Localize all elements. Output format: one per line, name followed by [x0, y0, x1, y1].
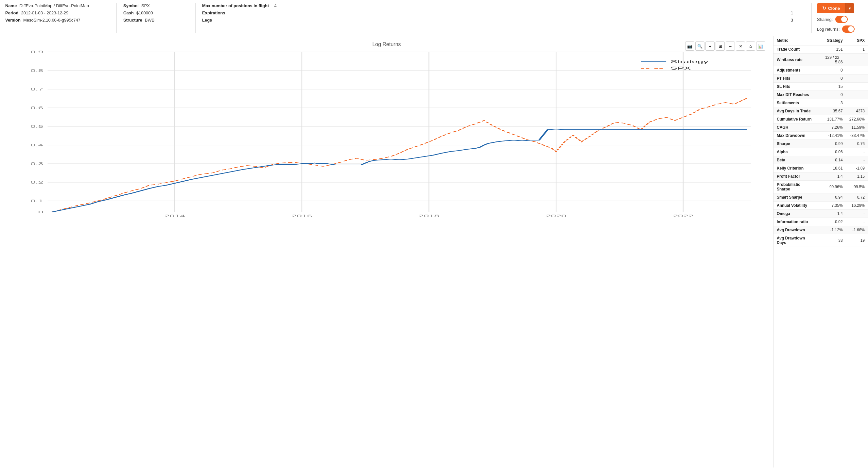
- metric-name-cell: Win/Loss rate: [773, 54, 815, 66]
- metric-name-cell: Beta: [773, 156, 815, 164]
- refresh-icon: ↻: [822, 5, 826, 11]
- sharing-toggle[interactable]: [835, 16, 848, 23]
- name-label: Name: [5, 3, 17, 8]
- spx-value-cell: [846, 54, 868, 66]
- header-right: Max number of positions in flight 4 Expi…: [202, 3, 806, 23]
- table-row: Annual Volatility7.35%16.29%: [773, 202, 868, 210]
- metric-name-cell: Avg Days in Trade: [773, 107, 815, 115]
- strategy-value-cell: 151: [815, 45, 846, 54]
- svg-text:0.1: 0.1: [30, 199, 43, 203]
- svg-text:2020: 2020: [546, 214, 566, 218]
- table-row: Cumulative Return131.77%272.66%: [773, 115, 868, 124]
- minus-button[interactable]: −: [726, 41, 735, 50]
- metrics-panel: Metric Strategy SPX Trade Count1511Win/L…: [773, 36, 868, 468]
- clone-label: Clone: [828, 6, 840, 11]
- camera-button[interactable]: 📷: [685, 41, 694, 50]
- spx-value-cell: -1.68%: [846, 226, 868, 234]
- structure-value: BWB: [145, 18, 155, 23]
- spx-value-cell: [846, 66, 868, 74]
- table-row: Win/Loss rate129 / 22 = 5.86: [773, 54, 868, 66]
- spx-value-cell: [846, 99, 868, 107]
- table-row: Omega1.4-: [773, 210, 868, 218]
- metric-name-cell: Smart Sharpe: [773, 193, 815, 202]
- metric-name-cell: Max Drawdown: [773, 132, 815, 140]
- spx-value-cell: 4378: [846, 107, 868, 115]
- clone-btn-group[interactable]: ↻ Clone ▾: [817, 3, 854, 13]
- bar-chart-button[interactable]: 📊: [756, 41, 765, 50]
- bar-chart-icon: 📊: [758, 44, 763, 49]
- spx-value-cell: -33.47%: [846, 132, 868, 140]
- svg-text:0.2: 0.2: [30, 180, 43, 184]
- structure-label: Structure: [123, 18, 142, 23]
- table-row: PT Hits0: [773, 74, 868, 83]
- strategy-value-cell: -0.02: [815, 218, 846, 226]
- spx-value-cell: 11.59%: [846, 124, 868, 132]
- clone-dropdown-button[interactable]: ▾: [845, 3, 854, 13]
- table-row: Sharpe0.990.76: [773, 140, 868, 148]
- home-button[interactable]: ⌂: [746, 41, 755, 50]
- table-row: Smart Sharpe0.940.72: [773, 193, 868, 202]
- svg-text:2018: 2018: [418, 214, 439, 218]
- metric-col-header: Metric: [773, 36, 815, 45]
- spx-value-cell: 0.76: [846, 140, 868, 148]
- header: Name DiffEvo-PointMap / DiffEvo-PointMap…: [0, 0, 868, 36]
- max-positions-value: 4: [274, 3, 276, 8]
- sharing-toggle-row: Sharing:: [817, 16, 848, 23]
- svg-text:0.7: 0.7: [30, 87, 43, 92]
- divider-3: [811, 3, 812, 33]
- cross-button[interactable]: ✕: [736, 41, 745, 50]
- spx-line: [52, 98, 747, 212]
- spx-value-cell: 16.29%: [846, 202, 868, 210]
- camera-icon: 📷: [687, 44, 692, 49]
- table-row: Avg Days in Trade35.674378: [773, 107, 868, 115]
- table-row: Settlements3: [773, 99, 868, 107]
- table-row: Profit Factor1.41.15: [773, 172, 868, 181]
- table-row: Adjustments0: [773, 66, 868, 74]
- zoom-icon: 🔍: [697, 44, 703, 49]
- divider-2: [195, 3, 195, 33]
- metric-name-cell: Max DIT Reaches: [773, 91, 815, 99]
- metric-name-cell: Settlements: [773, 99, 815, 107]
- chart-area: 📷 🔍 + ⊞ − ✕ ⌂ 📊 Log R: [0, 36, 773, 468]
- expirations-label: Expirations: [202, 10, 225, 15]
- spx-value-cell: -1.89: [846, 164, 868, 172]
- header-middle: Symbol SPX Cash $100000 Structure BWB: [123, 3, 189, 23]
- svg-text:0.4: 0.4: [30, 143, 43, 147]
- expand-button[interactable]: ⊞: [716, 41, 725, 50]
- svg-text:0.6: 0.6: [30, 106, 43, 110]
- clone-button[interactable]: ↻ Clone: [817, 3, 845, 13]
- strategy-value-cell: 33: [815, 234, 846, 247]
- metrics-table: Metric Strategy SPX Trade Count1511Win/L…: [773, 36, 868, 247]
- strategy-value-cell: 129 / 22 = 5.86: [815, 54, 846, 66]
- version-label: Version: [5, 18, 21, 23]
- expirations-value: 1: [791, 10, 806, 15]
- table-row: Alpha0.06-: [773, 148, 868, 156]
- period-label: Period: [5, 10, 18, 15]
- log-returns-toggle[interactable]: [842, 26, 855, 33]
- table-row: Max DIT Reaches0: [773, 91, 868, 99]
- chart-wrapper: 0.9 0.8 0.7 0.6 0.5 0.4 0.3 0.2 0.1 0 20…: [5, 49, 768, 218]
- zoom-button[interactable]: 🔍: [695, 41, 705, 50]
- metric-name-cell: Kelly Criterion: [773, 164, 815, 172]
- chart-svg: 0.9 0.8 0.7 0.6 0.5 0.4 0.3 0.2 0.1 0 20…: [5, 49, 768, 218]
- version-value: MesoSim-2.10.60-0-g995c747: [23, 18, 81, 23]
- metric-name-cell: Avg Drawdown Days: [773, 234, 815, 247]
- metric-name-cell: Annual Volatility: [773, 202, 815, 210]
- spx-col-header: SPX: [846, 36, 868, 45]
- log-returns-label: Log returns:: [817, 27, 840, 32]
- spx-value-cell: [846, 74, 868, 83]
- spx-value-cell: [846, 83, 868, 91]
- spx-value-cell: 1: [846, 45, 868, 54]
- plus-button[interactable]: +: [706, 41, 715, 50]
- strategy-value-cell: 0.94: [815, 193, 846, 202]
- header-controls: ↻ Clone ▾ Sharing: Log returns:: [817, 3, 863, 33]
- svg-text:0.3: 0.3: [30, 162, 43, 166]
- strategy-value-cell: 3: [815, 99, 846, 107]
- cash-label: Cash: [123, 10, 134, 15]
- metric-name-cell: Probabilistic Sharpe: [773, 181, 815, 193]
- strategy-value-cell: 0.06: [815, 148, 846, 156]
- spx-value-cell: -: [846, 148, 868, 156]
- table-row: Avg Drawdown Days3319: [773, 234, 868, 247]
- strategy-value-cell: 7.26%: [815, 124, 846, 132]
- strategy-line: [52, 129, 747, 212]
